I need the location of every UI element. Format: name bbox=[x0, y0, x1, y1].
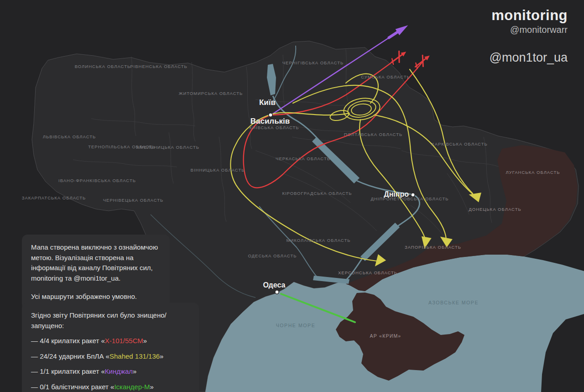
map-label: ОДЕСЬКА ОБЛАСТЬ bbox=[248, 253, 297, 258]
map-label: ЧЕРКАСЬКА ОБЛАСТЬ bbox=[276, 156, 330, 161]
stats-list: — 4/4 крилатих ракет «Х-101/55СМ»— 24/24… bbox=[31, 336, 190, 392]
stat-line-2: — 24/24 ударних БпЛА «Shahed 131/136» bbox=[31, 351, 190, 362]
stat-weapon-name: Х-101/55СМ bbox=[105, 337, 143, 345]
stat-suffix: » bbox=[133, 367, 136, 375]
map-label: ЛЬВІВСЬКА ОБЛАСТЬ bbox=[43, 134, 96, 139]
stat-line-4: — 0/1 балістичних ракет «Іскандер-М» bbox=[31, 382, 190, 392]
disclaimer-paragraph-1: Мапа створена виключно з ознайомчою мето… bbox=[31, 242, 161, 283]
channel-header: monitoring @monitorwarr @mon1tor_ua bbox=[489, 7, 568, 65]
stat-prefix: — 1/1 крилатих ракет « bbox=[31, 367, 105, 375]
map-label: ЖИТОМИРСЬКА ОБЛАСТЬ bbox=[179, 91, 243, 96]
map-label: МИКОЛАЇВСЬКА ОБЛАСТЬ bbox=[287, 238, 351, 243]
map-label: ЗАКАРПАТСЬКА ОБЛАСТЬ bbox=[22, 195, 86, 200]
stat-suffix: » bbox=[150, 383, 154, 391]
city-dot-1 bbox=[269, 113, 272, 117]
map-label: ЧОРНЕ МОРЕ bbox=[276, 323, 316, 328]
stat-prefix: — 4/4 крилатих ракет « bbox=[31, 337, 105, 345]
map-label: ВІННИЦЬКА ОБЛАСТЬ bbox=[191, 167, 245, 172]
map-label: ХАРКІВСЬКА ОБЛАСТЬ bbox=[431, 141, 487, 146]
city-label-Одеса: Одеса bbox=[263, 281, 286, 289]
stat-line-3: — 1/1 крилатих ракет «Кинджал» bbox=[31, 366, 190, 377]
stats-title: Згідно звіту Повітряних сил було знищено… bbox=[31, 310, 190, 331]
map-label: ЛУГАНСЬКА ОБЛАСТЬ bbox=[506, 170, 560, 175]
map-label: ЧЕРНІВЕЦЬКА ОБЛАСТЬ bbox=[103, 198, 164, 203]
map-label: ІВАНО-ФРАНКІВСЬКА ОБЛАСТЬ bbox=[58, 178, 136, 183]
map-label: РІВНЕНСЬКА ОБЛАСТЬ bbox=[130, 64, 188, 69]
stats-box: Згідно звіту Повітряних сил було знищено… bbox=[22, 303, 199, 392]
map-label: ДОНЕЦЬКА ОБЛАСТЬ bbox=[469, 207, 521, 212]
disclaimer-paragraph-2: Усі маршрути зображено умовно. bbox=[31, 292, 161, 302]
stat-suffix: » bbox=[160, 352, 163, 360]
stat-prefix: — 24/24 ударних БпЛА « bbox=[31, 352, 110, 360]
stat-suffix: » bbox=[143, 337, 147, 345]
channel-handle: @mon1tor_ua bbox=[489, 51, 568, 65]
city-dot-3 bbox=[275, 290, 279, 294]
infographic-stage: КиївВасильківДніпроОдесаВОЛИНСЬКА ОБЛАСТ… bbox=[0, 0, 584, 392]
map-label: СУМСЬКА ОБЛАСТЬ bbox=[361, 74, 410, 79]
map-label: АР «КРИМ» bbox=[370, 333, 402, 339]
stat-line-1: — 4/4 крилатих ракет «Х-101/55СМ» bbox=[31, 336, 190, 346]
map-label: КІРОВОГРАДСЬКА ОБЛАСТЬ bbox=[282, 191, 352, 196]
map-label: ВОЛИНСЬКА ОБЛАСТЬ bbox=[75, 64, 130, 69]
map-label: ХМЕЛЬНИЦЬКА ОБЛАСТЬ bbox=[136, 145, 199, 150]
stat-weapon-name: Shahed 131/136 bbox=[110, 352, 160, 360]
stat-prefix: — 0/1 балістичних ракет « bbox=[31, 383, 114, 391]
stat-weapon-name: Іскандер-М bbox=[114, 383, 150, 391]
city-label-Васильків: Васильків bbox=[250, 117, 290, 125]
map-label: ХЕРСОНСЬКА ОБЛАСТЬ bbox=[338, 270, 397, 275]
map-label: КИЇВСЬКА ОБЛАСТЬ bbox=[249, 125, 299, 130]
city-label-Київ: Київ bbox=[259, 98, 276, 107]
channel-subtitle: @monitorwarr bbox=[489, 25, 568, 35]
disclaimer-box: Мапа створена виключно з ознайомчою мето… bbox=[22, 235, 170, 310]
map-label: ЧЕРНІГІВСЬКА ОБЛАСТЬ bbox=[282, 60, 344, 65]
map-label: АЗОВСЬКЕ МОРЕ bbox=[428, 300, 479, 305]
map-label: ДНІПРОПЕТРОВСЬКА ОБЛАСТЬ bbox=[371, 196, 449, 201]
map-label: ЗАПОРІЗЬКА ОБЛАСТЬ bbox=[405, 245, 461, 250]
map-label: ПОЛТАВСЬКА ОБЛАСТЬ bbox=[344, 132, 402, 137]
channel-title: monitoring bbox=[489, 7, 568, 24]
stat-weapon-name: Кинджал bbox=[105, 367, 133, 375]
